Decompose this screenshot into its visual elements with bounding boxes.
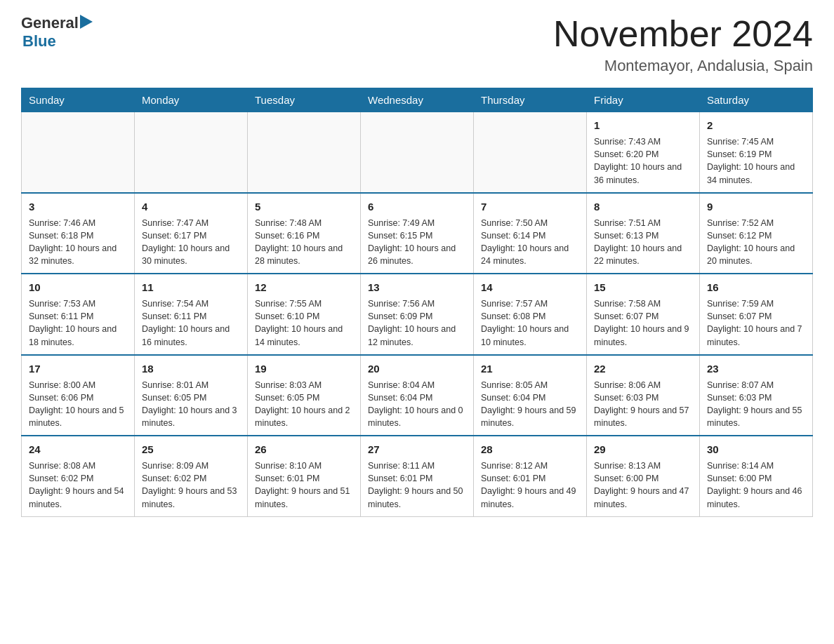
day-info: Sunrise: 7:52 AMSunset: 6:12 PMDaylight:…	[707, 217, 805, 268]
day-number: 16	[707, 280, 805, 295]
day-info: Sunrise: 7:57 AMSunset: 6:08 PMDaylight:…	[481, 297, 579, 349]
calendar-day-cell: 19Sunrise: 8:03 AMSunset: 6:05 PMDayligh…	[248, 355, 361, 436]
day-info: Sunrise: 7:49 AMSunset: 6:15 PMDaylight:…	[368, 217, 466, 268]
calendar-day-cell: 17Sunrise: 8:00 AMSunset: 6:06 PMDayligh…	[22, 355, 135, 436]
day-number: 23	[707, 361, 805, 376]
day-info: Sunrise: 7:55 AMSunset: 6:10 PMDaylight:…	[255, 297, 353, 349]
calendar-day-cell: 22Sunrise: 8:06 AMSunset: 6:03 PMDayligh…	[587, 355, 700, 436]
calendar-day-cell	[135, 112, 248, 193]
day-number: 9	[707, 199, 805, 214]
day-number: 28	[481, 442, 579, 457]
day-info: Sunrise: 7:46 AMSunset: 6:18 PMDaylight:…	[29, 217, 127, 268]
day-info: Sunrise: 7:53 AMSunset: 6:11 PMDaylight:…	[29, 297, 127, 349]
day-number: 17	[29, 361, 127, 376]
weekday-header-tuesday: Tuesday	[248, 88, 361, 112]
calendar-week-row: 17Sunrise: 8:00 AMSunset: 6:06 PMDayligh…	[22, 355, 813, 436]
day-number: 27	[368, 442, 466, 457]
weekday-header-wednesday: Wednesday	[361, 88, 474, 112]
day-info: Sunrise: 7:48 AMSunset: 6:16 PMDaylight:…	[255, 217, 353, 268]
day-info: Sunrise: 8:08 AMSunset: 6:02 PMDaylight:…	[29, 459, 127, 511]
day-info: Sunrise: 7:56 AMSunset: 6:09 PMDaylight:…	[368, 297, 466, 349]
calendar-week-row: 3Sunrise: 7:46 AMSunset: 6:18 PMDaylight…	[22, 193, 813, 274]
calendar-day-cell: 3Sunrise: 7:46 AMSunset: 6:18 PMDaylight…	[22, 193, 135, 274]
day-info: Sunrise: 7:51 AMSunset: 6:13 PMDaylight:…	[594, 217, 692, 268]
day-number: 10	[29, 280, 127, 295]
page-header: General Blue November 2024 Montemayor, A…	[21, 14, 813, 75]
day-number: 30	[707, 442, 805, 457]
day-number: 13	[368, 280, 466, 295]
day-number: 15	[594, 280, 692, 295]
day-number: 14	[481, 280, 579, 295]
day-number: 8	[594, 199, 692, 214]
day-info: Sunrise: 7:50 AMSunset: 6:14 PMDaylight:…	[481, 217, 579, 268]
day-number: 4	[142, 199, 240, 214]
day-number: 20	[368, 361, 466, 376]
calendar-day-cell: 10Sunrise: 7:53 AMSunset: 6:11 PMDayligh…	[22, 274, 135, 355]
calendar-day-cell: 11Sunrise: 7:54 AMSunset: 6:11 PMDayligh…	[135, 274, 248, 355]
weekday-header-saturday: Saturday	[700, 88, 813, 112]
calendar-day-cell: 7Sunrise: 7:50 AMSunset: 6:14 PMDaylight…	[474, 193, 587, 274]
calendar-day-cell: 26Sunrise: 8:10 AMSunset: 6:01 PMDayligh…	[248, 436, 361, 516]
day-info: Sunrise: 7:58 AMSunset: 6:07 PMDaylight:…	[594, 297, 692, 349]
weekday-header-sunday: Sunday	[22, 88, 135, 112]
calendar-day-cell: 25Sunrise: 8:09 AMSunset: 6:02 PMDayligh…	[135, 436, 248, 516]
day-number: 19	[255, 361, 353, 376]
logo-general-text: General	[21, 14, 79, 32]
calendar-day-cell	[22, 112, 135, 193]
day-number: 21	[481, 361, 579, 376]
logo-top: General	[21, 14, 93, 32]
logo-arrow-icon	[80, 15, 93, 32]
location-title: Montemayor, Andalusia, Spain	[553, 57, 813, 75]
day-info: Sunrise: 8:06 AMSunset: 6:03 PMDaylight:…	[594, 379, 692, 430]
weekday-header-monday: Monday	[135, 88, 248, 112]
calendar-header-row: SundayMondayTuesdayWednesdayThursdayFrid…	[22, 88, 813, 112]
day-number: 1	[594, 118, 692, 133]
calendar-day-cell: 23Sunrise: 8:07 AMSunset: 6:03 PMDayligh…	[700, 355, 813, 436]
calendar-day-cell: 24Sunrise: 8:08 AMSunset: 6:02 PMDayligh…	[22, 436, 135, 516]
calendar-week-row: 24Sunrise: 8:08 AMSunset: 6:02 PMDayligh…	[22, 436, 813, 516]
calendar-day-cell: 9Sunrise: 7:52 AMSunset: 6:12 PMDaylight…	[700, 193, 813, 274]
calendar-day-cell: 13Sunrise: 7:56 AMSunset: 6:09 PMDayligh…	[361, 274, 474, 355]
day-number: 7	[481, 199, 579, 214]
day-number: 11	[142, 280, 240, 295]
calendar-day-cell	[474, 112, 587, 193]
calendar-table: SundayMondayTuesdayWednesdayThursdayFrid…	[21, 88, 813, 517]
day-info: Sunrise: 7:47 AMSunset: 6:17 PMDaylight:…	[142, 217, 240, 268]
calendar-day-cell: 21Sunrise: 8:05 AMSunset: 6:04 PMDayligh…	[474, 355, 587, 436]
calendar-day-cell: 14Sunrise: 7:57 AMSunset: 6:08 PMDayligh…	[474, 274, 587, 355]
day-info: Sunrise: 8:14 AMSunset: 6:00 PMDaylight:…	[707, 459, 805, 511]
day-info: Sunrise: 8:10 AMSunset: 6:01 PMDaylight:…	[255, 459, 353, 511]
day-info: Sunrise: 7:45 AMSunset: 6:19 PMDaylight:…	[707, 135, 805, 187]
calendar-day-cell	[248, 112, 361, 193]
calendar-day-cell: 29Sunrise: 8:13 AMSunset: 6:00 PMDayligh…	[587, 436, 700, 516]
logo-blue-text: Blue	[22, 32, 56, 51]
day-number: 6	[368, 199, 466, 214]
day-number: 24	[29, 442, 127, 457]
calendar-day-cell: 4Sunrise: 7:47 AMSunset: 6:17 PMDaylight…	[135, 193, 248, 274]
day-number: 26	[255, 442, 353, 457]
day-info: Sunrise: 8:04 AMSunset: 6:04 PMDaylight:…	[368, 379, 466, 430]
calendar-day-cell: 20Sunrise: 8:04 AMSunset: 6:04 PMDayligh…	[361, 355, 474, 436]
calendar-day-cell: 1Sunrise: 7:43 AMSunset: 6:20 PMDaylight…	[587, 112, 700, 193]
calendar-day-cell: 30Sunrise: 8:14 AMSunset: 6:00 PMDayligh…	[700, 436, 813, 516]
calendar-week-row: 1Sunrise: 7:43 AMSunset: 6:20 PMDaylight…	[22, 112, 813, 193]
calendar-day-cell: 18Sunrise: 8:01 AMSunset: 6:05 PMDayligh…	[135, 355, 248, 436]
day-number: 5	[255, 199, 353, 214]
calendar-day-cell: 27Sunrise: 8:11 AMSunset: 6:01 PMDayligh…	[361, 436, 474, 516]
day-number: 29	[594, 442, 692, 457]
calendar-day-cell	[361, 112, 474, 193]
title-area: November 2024 Montemayor, Andalusia, Spa…	[553, 14, 813, 75]
logo: General Blue	[21, 14, 93, 51]
day-info: Sunrise: 8:01 AMSunset: 6:05 PMDaylight:…	[142, 379, 240, 430]
calendar-day-cell: 5Sunrise: 7:48 AMSunset: 6:16 PMDaylight…	[248, 193, 361, 274]
calendar-day-cell: 6Sunrise: 7:49 AMSunset: 6:15 PMDaylight…	[361, 193, 474, 274]
day-info: Sunrise: 8:05 AMSunset: 6:04 PMDaylight:…	[481, 379, 579, 430]
calendar-day-cell: 8Sunrise: 7:51 AMSunset: 6:13 PMDaylight…	[587, 193, 700, 274]
day-info: Sunrise: 8:09 AMSunset: 6:02 PMDaylight:…	[142, 459, 240, 511]
day-number: 2	[707, 118, 805, 133]
month-title: November 2024	[553, 14, 813, 54]
calendar-day-cell: 15Sunrise: 7:58 AMSunset: 6:07 PMDayligh…	[587, 274, 700, 355]
day-info: Sunrise: 8:00 AMSunset: 6:06 PMDaylight:…	[29, 379, 127, 430]
day-info: Sunrise: 8:13 AMSunset: 6:00 PMDaylight:…	[594, 459, 692, 511]
day-number: 25	[142, 442, 240, 457]
